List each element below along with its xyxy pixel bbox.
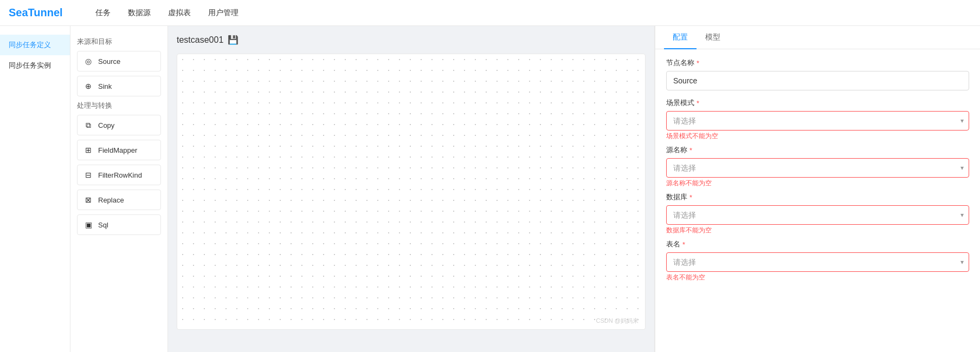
nav-items: 任务数据源虚拟表用户管理 — [95, 6, 238, 20]
main-layout: 同步任务定义同步任务实例 来源和目标 ◎Source⊕Sink 处理与转换 ⧉C… — [0, 26, 980, 352]
scene-mode-label: 场景模式 * — [666, 98, 969, 108]
source-items: ◎Source⊕Sink — [77, 51, 161, 96]
right-panel: 配置模型 节点名称 * 场景模式 * 请选择 — [655, 26, 980, 352]
scene-mode-error: 场景模式不能为空 — [666, 132, 969, 141]
panel-item-label: Replace — [98, 196, 124, 204]
panel-icon: ⧉ — [83, 120, 94, 131]
database-group: 数据库 * 请选择 ▾ 数据库不能为空 — [666, 192, 969, 235]
panel-item-sql[interactable]: ▣Sql — [77, 214, 161, 235]
database-required: * — [689, 193, 692, 201]
source-name-select[interactable]: 请选择 — [666, 158, 969, 178]
right-tab-模型[interactable]: 模型 — [697, 26, 729, 49]
panel-icon: ⊞ — [83, 145, 94, 155]
database-error: 数据库不能为空 — [666, 226, 969, 235]
panel-item-sink[interactable]: ⊕Sink — [77, 76, 161, 96]
panel-item-label: Sink — [98, 82, 112, 90]
transform-section-title: 处理与转换 — [77, 101, 161, 110]
node-name-required: * — [697, 59, 699, 67]
canvas-board[interactable]: CSDN @妈妈来 — [177, 54, 646, 330]
sidebar: 同步任务定义同步任务实例 — [0, 26, 70, 352]
scene-mode-select-wrapper: 请选择 ▾ — [666, 111, 969, 131]
node-name-group: 节点名称 * — [666, 58, 969, 90]
task-name: testcase001 — [177, 35, 223, 45]
database-select[interactable]: 请选择 — [666, 205, 969, 225]
panel-item-label: FilterRowKind — [98, 171, 142, 179]
panel-item-source[interactable]: ◎Source — [77, 51, 161, 71]
panel-item-filterrowkind[interactable]: ⊟FilterRowKind — [77, 165, 161, 185]
right-panel-tabs: 配置模型 — [655, 26, 980, 49]
panel-icon: ⊟ — [83, 170, 94, 180]
panel-item-label: Sql — [98, 221, 108, 229]
sidebar-item[interactable]: 同步任务定义 — [0, 35, 70, 55]
panel-icon: ⊕ — [83, 81, 94, 92]
table-select[interactable]: 请选择 — [666, 252, 969, 272]
watermark: CSDN @妈妈来 — [596, 317, 639, 325]
panel-icon: ▣ — [83, 219, 94, 230]
scene-mode-required: * — [697, 99, 699, 107]
table-label: 表名 * — [666, 239, 969, 249]
nav-item-任务[interactable]: 任务 — [95, 6, 111, 20]
panel-icon: ⊠ — [83, 194, 94, 205]
table-required: * — [682, 240, 685, 249]
canvas-area: testcase001 💾 CSDN @妈妈来 — [168, 26, 654, 352]
source-name-select-wrapper: 请选择 ▾ — [666, 158, 969, 178]
scene-mode-group: 场景模式 * 请选择 ▾ 场景模式不能为空 — [666, 98, 969, 141]
source-name-label: 源名称 * — [666, 145, 969, 155]
left-panel: 来源和目标 ◎Source⊕Sink 处理与转换 ⧉Copy⊞FieldMapp… — [70, 26, 168, 352]
nav-item-数据源[interactable]: 数据源 — [128, 6, 151, 20]
source-name-group: 源名称 * 请选择 ▾ 源名称不能为空 — [666, 145, 969, 188]
table-error: 表名不能为空 — [666, 273, 969, 282]
panel-item-fieldmapper[interactable]: ⊞FieldMapper — [77, 140, 161, 160]
nav-item-用户管理[interactable]: 用户管理 — [208, 6, 238, 20]
panel-item-label: Source — [98, 57, 120, 66]
save-icon[interactable]: 💾 — [228, 35, 238, 45]
database-select-wrapper: 请选择 ▾ — [666, 205, 969, 225]
panel-item-label: FieldMapper — [98, 146, 137, 154]
table-select-wrapper: 请选择 ▾ — [666, 252, 969, 272]
panel-icon: ◎ — [83, 56, 94, 67]
scene-mode-select[interactable]: 请选择 — [666, 111, 969, 131]
sidebar-item[interactable]: 同步任务实例 — [0, 55, 70, 76]
source-name-error: 源名称不能为空 — [666, 179, 969, 188]
node-name-input[interactable] — [666, 71, 969, 90]
table-group: 表名 * 请选择 ▾ 表名不能为空 — [666, 239, 969, 282]
transform-items: ⧉Copy⊞FieldMapper⊟FilterRowKind⊠Replace▣… — [77, 115, 161, 235]
database-label: 数据库 * — [666, 192, 969, 202]
canvas-dotted: CSDN @妈妈来 — [177, 54, 645, 329]
nav-item-虚拟表[interactable]: 虚拟表 — [168, 6, 191, 20]
source-section-title: 来源和目标 — [77, 37, 161, 47]
panel-item-copy[interactable]: ⧉Copy — [77, 115, 161, 135]
panel-item-label: Copy — [98, 121, 114, 129]
panel-item-replace[interactable]: ⊠Replace — [77, 190, 161, 210]
top-nav: SeaTunnel 任务数据源虚拟表用户管理 — [0, 0, 980, 26]
right-tab-配置[interactable]: 配置 — [664, 26, 697, 49]
right-panel-content: 节点名称 * 场景模式 * 请选择 ▾ 场景模式不能为空 — [655, 49, 980, 295]
logo: SeaTunnel — [9, 6, 74, 19]
node-name-label: 节点名称 * — [666, 58, 969, 68]
canvas-header: testcase001 💾 — [177, 35, 646, 45]
source-name-required: * — [689, 146, 692, 154]
